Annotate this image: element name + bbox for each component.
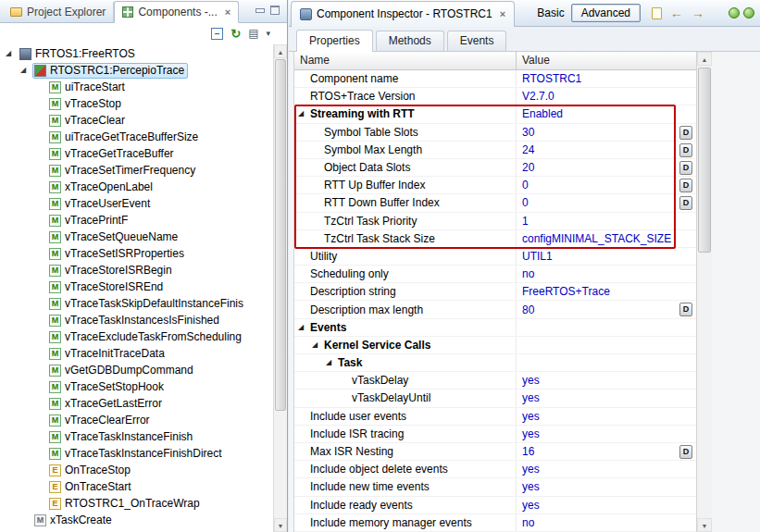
grid-scroll-thumb[interactable] [698,68,711,253]
tree-item[interactable]: MvTraceInitTraceData [2,345,273,362]
property-row[interactable]: Scheduling onlyno [294,266,696,283]
property-row[interactable]: TzCtrl Task Priority1 [294,213,696,230]
property-row[interactable]: ◢Streaming with RTTEnabled [294,105,696,123]
property-row[interactable]: UtilityUTIL1 [294,248,696,266]
tab-methods[interactable]: Methods [376,31,444,51]
tree-item[interactable]: MvTraceSetQueueName [2,229,273,245]
property-value[interactable]: yes [522,374,540,387]
tree-item[interactable]: MvTraceStop [2,95,273,112]
tree-expand-icon[interactable]: ◢ [20,62,32,79]
close-inspector-icon[interactable]: × [500,8,505,19]
property-expand-icon[interactable]: ◢ [312,337,324,353]
property-expand-icon[interactable]: ◢ [298,319,310,336]
property-value[interactable]: Enabled [522,107,563,120]
property-value[interactable]: 0 [522,179,529,192]
tree-item[interactable]: MvTraceUserEvent [2,195,273,212]
tree-item[interactable]: MvTraceStoreISREnd [2,278,273,295]
property-row[interactable]: Description stringFreeRTOS+Trace [294,283,696,301]
close-tab-icon[interactable]: × [225,6,230,18]
property-value[interactable]: UTIL1 [522,250,553,263]
tree-item[interactable]: MvTraceTaskInstancesIsFinished [2,312,273,328]
property-value[interactable]: yes [522,480,540,493]
property-row[interactable]: ◢Kernel Service Calls [294,337,696,354]
default-button[interactable]: D [679,126,692,140]
property-row[interactable]: Description max length80D [294,301,696,318]
new-component-icon[interactable] [652,7,662,19]
scroll-up-icon[interactable]: ▲ [697,52,712,66]
tab-properties[interactable]: Properties [296,30,373,52]
tree-item[interactable]: MvTracePrintF [2,212,273,229]
property-row[interactable]: vTaskDelayUntilyes [294,390,696,407]
property-row[interactable]: Include new time eventsyes [294,478,696,496]
tree-item[interactable]: EOnTraceStop [2,462,273,478]
property-value[interactable]: yes [522,499,540,512]
property-value[interactable]: 30 [522,126,534,139]
tree-item[interactable]: MxTaskCreate [2,512,273,528]
scroll-down-icon[interactable]: ▼ [274,518,287,532]
property-expand-icon[interactable]: ◢ [298,105,310,122]
tree-item[interactable]: MxTraceOpenLabel [2,179,273,195]
tree-item[interactable]: MvTraceGetTraceBuffer [2,145,273,162]
property-value[interactable]: V2.7.0 [522,90,554,103]
property-row[interactable]: Component nameRTOSTRC1 [294,70,696,88]
collapse-all-icon[interactable]: − [211,28,223,40]
property-value[interactable]: RTOSTRC1 [522,72,581,85]
tree-item[interactable]: MvTraceExcludeTaskFromScheduling [2,328,273,345]
property-row[interactable]: Include ISR tracingyes [294,426,696,443]
property-row[interactable]: TzCtrl Task Stack SizeconfigMINIMAL_STAC… [294,230,696,248]
tree-item[interactable]: MvTraceSetStopHook [2,378,273,395]
default-button[interactable]: D [679,143,692,157]
tree-item[interactable]: MuiTraceStart [2,79,273,95]
back-icon[interactable]: ← [670,6,683,19]
property-value[interactable]: no [522,267,534,280]
tree-item[interactable]: ◢FRTOS1:FreeRTOS [2,45,273,62]
tree-expand-icon[interactable]: ◢ [6,45,18,62]
property-row[interactable]: Max ISR Nesting16D [294,443,696,461]
property-value[interactable]: yes [522,410,540,423]
property-row[interactable]: Object Data Slots20D [294,159,696,177]
property-value[interactable]: 16 [522,445,534,458]
forward-icon[interactable]: → [691,6,704,19]
property-value[interactable]: 1 [522,215,529,228]
column-header-value[interactable]: Value [517,52,712,69]
grid-scrollbar[interactable]: ▲ ▼ [696,52,712,532]
green-status-icon[interactable] [743,7,754,19]
tree-item[interactable]: MvTraceTaskInstanceFinishDirect [2,445,273,462]
view-menu-icon[interactable]: ▾ [266,28,270,40]
generate-code-icon[interactable]: ▤ [248,28,258,40]
property-value[interactable]: yes [522,463,540,476]
default-button[interactable]: D [679,303,692,316]
tab-project-explorer[interactable]: Project Explorer [3,2,114,22]
property-value[interactable]: yes [522,427,540,440]
scroll-up-icon[interactable]: ▲ [274,44,287,58]
property-row[interactable]: Symbol Max Length24D [294,142,696,159]
property-row[interactable]: vTaskDelayyes [294,372,696,390]
tree-item[interactable]: MvTraceClearError [2,412,273,428]
synchronize-icon[interactable]: ↻ [230,28,241,40]
default-button[interactable]: D [679,445,692,459]
property-row[interactable]: Include user eventsyes [294,408,696,426]
tree-item[interactable]: MvTraceSetTimerFrequency [2,162,273,179]
basic-mode-label[interactable]: Basic [537,6,564,19]
scroll-down-icon[interactable]: ▼ [697,518,712,532]
tree-item[interactable]: MuiTraceGetTraceBufferSize [2,129,273,145]
property-value[interactable]: configMINIMAL_STACK_SIZE [522,232,671,245]
default-button[interactable]: D [679,179,692,192]
property-expand-icon[interactable]: ◢ [326,354,338,371]
property-row[interactable]: Include object delete eventsyes [294,461,696,478]
minimize-view-icon[interactable] [255,8,265,13]
property-value[interactable]: FreeRTOS+Trace [522,285,610,298]
tree-item[interactable]: MxTraceGetLastError [2,395,273,412]
property-row[interactable]: ◢Events [294,319,696,337]
tree-item[interactable]: ERTOSTRC1_OnTraceWrap [2,495,273,512]
default-button[interactable]: D [679,196,692,210]
property-value[interactable]: 0 [522,196,529,209]
property-row[interactable]: Include memory manager eventsno [294,514,696,532]
property-row[interactable]: ◢Task [294,354,696,372]
tree-item[interactable]: MvTraceTaskInstanceFinish [2,428,273,445]
tree-item[interactable]: MvTraceStoreISRBegin [2,262,273,278]
property-row[interactable]: RTOS+Trace VersionV2.7.0 [294,88,696,105]
tree-item[interactable]: MvTraceClear [2,112,273,129]
advanced-mode-button[interactable]: Advanced [571,4,641,22]
maximize-view-icon[interactable] [270,6,280,15]
